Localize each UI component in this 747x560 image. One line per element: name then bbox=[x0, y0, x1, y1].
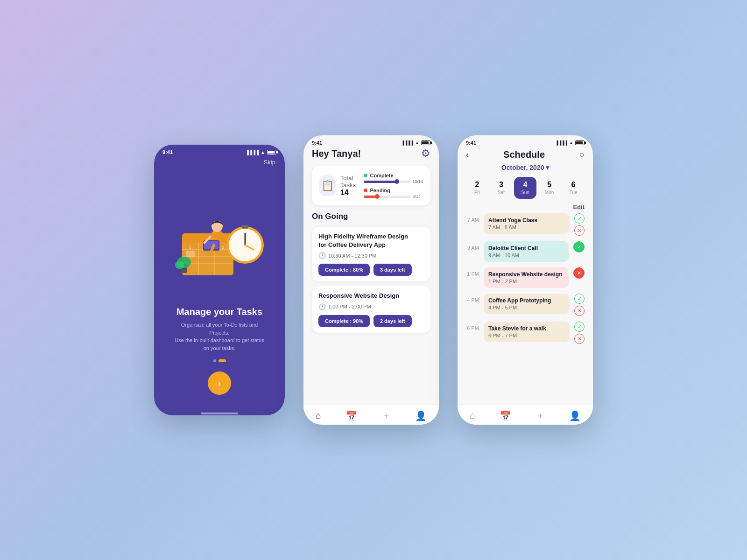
date-sat[interactable]: 3 Sat bbox=[490, 177, 513, 199]
phone-1-content: Skip 1 2 3 bbox=[154, 157, 285, 409]
coffee-check-btn[interactable]: ✓ bbox=[574, 294, 585, 304]
date-sun-active[interactable]: 4 Sun bbox=[514, 177, 536, 199]
back-button[interactable]: ‹ bbox=[466, 150, 469, 160]
bottom-nav-2: ⌂ 📅 ＋ 👤 bbox=[303, 404, 439, 425]
signal-icon: ▐▐▐▐ bbox=[246, 150, 259, 155]
nav-add-2[interactable]: ＋ bbox=[381, 409, 391, 422]
wifi-icon-3: ▲ bbox=[569, 140, 573, 145]
days-btn-1[interactable]: 2 days left bbox=[374, 315, 412, 327]
coffee-actions: ✓ ✕ bbox=[574, 294, 585, 316]
time-1: 9:41 bbox=[162, 149, 173, 155]
event-deloitte: Deloitte Client Call 9 AM - 10 AM bbox=[484, 241, 569, 262]
nav-calendar-3[interactable]: 📅 bbox=[500, 410, 511, 421]
nav-home-3[interactable]: ⌂ bbox=[470, 410, 475, 421]
total-tasks-label: Total Tasks bbox=[340, 175, 364, 189]
status-icons-2: ▐▐▐▐ ▲ bbox=[402, 140, 430, 145]
task-actions-1: Complete : 90% 2 days left bbox=[318, 315, 424, 327]
p3-header: ‹ Schedule ○ bbox=[466, 147, 585, 162]
pending-progress-row: 4/14 bbox=[364, 194, 423, 199]
svg-text:1: 1 bbox=[189, 245, 191, 250]
complete-btn-0[interactable]: Complete : 80% bbox=[318, 264, 370, 276]
date-tue[interactable]: 6 Tue bbox=[562, 177, 585, 199]
illustration-area: 1 2 3 bbox=[163, 169, 275, 307]
wifi-icon-2: ▲ bbox=[415, 140, 419, 145]
complete-thumb bbox=[395, 179, 399, 184]
task-name-1: Responsive Website Design bbox=[318, 292, 424, 300]
yoga-cross-btn[interactable]: ✕ bbox=[574, 225, 585, 236]
edit-button[interactable]: Edit bbox=[466, 203, 585, 210]
signal-icon-2: ▐▐▐▐ bbox=[402, 140, 414, 145]
time-yoga: 7 AM bbox=[466, 213, 479, 223]
phone-2-content: Hey Tanya! ⚙ 📋 Total Tasks 14 Complete bbox=[303, 147, 439, 413]
schedule-item-stevie: 6 PM Take Stevie for a walk 6 PM - 7 PM … bbox=[466, 322, 585, 344]
skip-button[interactable]: Skip bbox=[163, 159, 275, 166]
time-deloitte: 9 AM bbox=[466, 241, 479, 251]
nav-person-2[interactable]: 👤 bbox=[415, 410, 427, 421]
tasks-left: 📋 Total Tasks 14 bbox=[319, 175, 364, 197]
date-mon[interactable]: 5 Mon bbox=[538, 177, 561, 199]
nav-home-2[interactable]: ⌂ bbox=[316, 410, 321, 421]
complete-fraction: 10/14 bbox=[412, 179, 423, 184]
phone-3: 9:41 ▐▐▐▐ ▲ ‹ Schedule ○ October, 2020 ▾… bbox=[458, 135, 593, 425]
tasks-icon: 📋 bbox=[319, 175, 336, 196]
nav-add-3[interactable]: ＋ bbox=[536, 409, 545, 422]
complete-progress-row: 10/14 bbox=[364, 179, 423, 184]
task-time-0: 🕐 10:30 AM - 12:30 PM bbox=[318, 252, 424, 259]
yoga-name: Attend Yoga Class bbox=[488, 217, 565, 224]
website-cross-filled[interactable]: ✕ bbox=[573, 267, 585, 279]
month-selector[interactable]: October, 2020 ▾ bbox=[466, 164, 585, 171]
task-time-1: 🕐 1:00 PM - 2:00 PM bbox=[318, 303, 424, 310]
battery-icon-2 bbox=[421, 140, 430, 145]
complete-stat: Complete 10/14 bbox=[364, 173, 423, 184]
date-fri[interactable]: 2 Fri bbox=[466, 177, 488, 199]
stevie-cross-btn[interactable]: ✕ bbox=[574, 334, 585, 344]
svg-text:3: 3 bbox=[222, 245, 224, 250]
pending-dot bbox=[364, 189, 367, 192]
greeting: Hey Tanya! bbox=[312, 148, 361, 159]
stevie-check-btn[interactable]: ✓ bbox=[574, 322, 585, 332]
time-coffee: 4 PM bbox=[466, 294, 479, 303]
yoga-actions: ✓ ✕ bbox=[574, 213, 585, 236]
pending-fraction: 4/14 bbox=[412, 194, 421, 199]
days-btn-0[interactable]: 3 days left bbox=[374, 264, 412, 276]
task-card-1: Responsive Website Design 🕐 1:00 PM - 2:… bbox=[312, 286, 430, 332]
clock-icon-0: 🕐 bbox=[318, 252, 326, 259]
time-website: 1 PM bbox=[466, 267, 479, 277]
pending-progress-bg bbox=[364, 196, 410, 198]
svg-rect-15 bbox=[242, 225, 248, 229]
schedule-item-website: 1 PM Responsive Website design 1 PM - 2 … bbox=[466, 267, 585, 288]
coffee-cross-btn[interactable]: ✕ bbox=[574, 306, 585, 316]
website-time: 1 PM - 2 PM bbox=[488, 279, 564, 284]
gear-icon[interactable]: ⚙ bbox=[421, 147, 430, 160]
deloitte-check-filled[interactable]: ✓ bbox=[573, 241, 585, 252]
pending-label: Pending bbox=[364, 188, 423, 193]
clock-icon-1: 🕐 bbox=[318, 303, 326, 310]
date-row: 2 Fri 3 Sat 4 Sun 5 Mon 6 Tue bbox=[466, 177, 585, 199]
phone-1: 9:41 ▐▐▐▐ ▲ Skip 1 2 bbox=[154, 145, 285, 415]
yoga-time: 7 AM - 8 AM bbox=[488, 224, 565, 230]
yoga-check-btn[interactable]: ✓ bbox=[574, 213, 585, 224]
task-actions-0: Complete : 80% 3 days left bbox=[318, 264, 424, 276]
phone-1-title: Manage your Tasks bbox=[173, 307, 266, 317]
pending-thumb bbox=[375, 194, 380, 199]
complete-label: Complete bbox=[364, 173, 423, 178]
search-button[interactable]: ○ bbox=[579, 150, 585, 160]
signal-icon-3: ▐▐▐▐ bbox=[556, 140, 568, 145]
nav-calendar-2[interactable]: 📅 bbox=[345, 410, 357, 421]
total-tasks-count: 14 bbox=[340, 189, 364, 197]
ongoing-section-label: On Going bbox=[312, 212, 430, 221]
stevie-name: Take Stevie for a walk bbox=[488, 325, 565, 332]
home-indicator-1 bbox=[201, 413, 238, 414]
phone-1-desc: Organsize all your To-Do lists and Proje… bbox=[173, 321, 266, 352]
deloitte-name: Deloitte Client Call bbox=[488, 245, 564, 252]
complete-btn-1[interactable]: Complete : 90% bbox=[318, 315, 370, 327]
tasks-right: Complete 10/14 Pending bbox=[364, 173, 423, 199]
event-yoga: Attend Yoga Class 7 AM - 8 AM bbox=[484, 213, 570, 234]
schedule-list: 7 AM Attend Yoga Class 7 AM - 8 AM ✓ ✕ 9… bbox=[466, 213, 585, 398]
nav-person-3[interactable]: 👤 bbox=[569, 410, 581, 421]
status-bar-2: 9:41 ▐▐▐▐ ▲ bbox=[303, 135, 439, 147]
pagination-dots bbox=[173, 359, 266, 362]
battery-icon-3 bbox=[575, 140, 585, 145]
time-2: 9:41 bbox=[312, 140, 322, 146]
next-button[interactable]: › bbox=[208, 371, 231, 395]
